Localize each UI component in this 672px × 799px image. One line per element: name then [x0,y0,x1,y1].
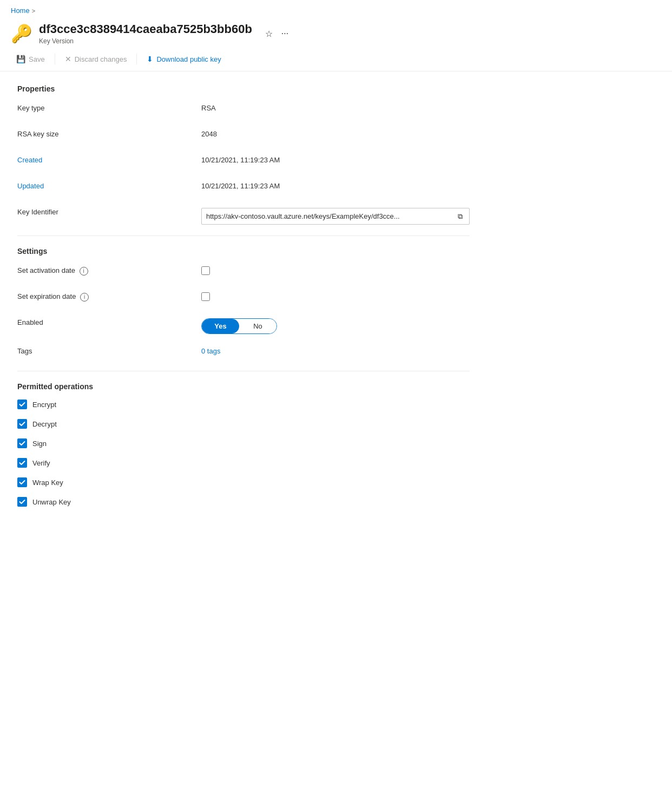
expiration-date-checkbox-container [201,290,470,303]
permitted-op-label: Encrypt [32,401,56,409]
tags-row: Tags 0 tags [17,345,470,360]
main-content: Properties Key type RSA RSA key size 204… [0,71,487,529]
properties-section-title: Properties [17,84,470,93]
permitted-operations-title: Permitted operations [17,382,470,391]
permitted-op-checkbox[interactable] [17,438,27,448]
enabled-label: Enabled [17,316,201,326]
permitted-op-checkbox[interactable] [17,419,27,429]
activation-date-checkbox[interactable] [201,266,210,275]
download-label: Download public key [156,55,221,63]
expiration-date-checkbox[interactable] [201,292,210,301]
download-public-key-button[interactable]: ⬇ Download public key [141,51,226,67]
identifier-box: https://akv-contoso.vault.azure.net/keys… [201,208,470,225]
settings-section-title: Settings [17,247,470,256]
toolbar: 💾 Save ✕ Discard changes ⬇ Download publ… [0,47,672,71]
identifier-text: https://akv-contoso.vault.azure.net/keys… [206,212,453,220]
permitted-op-label: Verify [32,459,50,467]
header-actions: ☆ ··· [263,27,291,41]
key-identifier-row: Key Identifier https://akv-contoso.vault… [17,206,470,225]
tags-label: Tags [17,345,201,355]
enabled-row: Enabled Yes No [17,316,470,334]
toolbar-separator [55,54,55,64]
permitted-op-row: Verify [17,458,470,468]
updated-row: Updated 10/21/2021, 11:19:23 AM [17,180,470,195]
enabled-toggle-container: Yes No [201,316,470,334]
permitted-op-label: Unwrap Key [32,498,71,506]
toolbar-separator-2 [136,54,137,64]
rsa-key-size-label: RSA key size [17,128,201,138]
permitted-operations-list: EncryptDecryptSignVerifyWrap KeyUnwrap K… [17,400,470,507]
expiration-date-label: Set expiration date i [17,290,201,302]
key-identifier-value: https://akv-contoso.vault.azure.net/keys… [201,206,470,225]
created-row: Created 10/21/2021, 11:19:23 AM [17,154,470,169]
activation-date-label: Set activation date i [17,264,201,276]
divider-1 [17,235,470,236]
ellipsis-icon: ··· [281,29,288,38]
expiration-date-info-icon[interactable]: i [80,293,89,302]
rsa-key-size-row: RSA key size 2048 [17,128,470,143]
updated-label: Updated [17,180,201,190]
discard-label: Discard changes [75,55,127,63]
permitted-op-row: Wrap Key [17,477,470,487]
permitted-op-row: Sign [17,438,470,448]
save-label: Save [29,55,45,63]
rsa-key-size-value: 2048 [201,128,470,138]
enabled-toggle[interactable]: Yes No [201,318,277,334]
permitted-op-checkbox[interactable] [17,477,27,487]
activation-date-info-icon[interactable]: i [80,267,88,276]
expiration-date-row: Set expiration date i [17,290,470,305]
permitted-op-label: Wrap Key [32,479,63,487]
breadcrumb-separator: > [32,8,35,14]
page-title-block: df3cce3c8389414caeaba7525b3bb60b Key Ver… [39,22,252,45]
created-value: 10/21/2021, 11:19:23 AM [201,154,470,164]
divider-2 [17,371,470,371]
updated-value: 10/21/2021, 11:19:23 AM [201,180,470,190]
permitted-op-checkbox[interactable] [17,400,27,409]
page-title: df3cce3c8389414caeaba7525b3bb60b [39,22,252,36]
copy-identifier-button[interactable]: ⧉ [456,211,465,222]
discard-icon: ✕ [65,55,71,63]
key-type-label: Key type [17,102,201,112]
key-type-value: RSA [201,102,470,112]
activation-date-checkbox-container [201,264,470,277]
download-icon: ⬇ [147,55,153,63]
permitted-op-row: Decrypt [17,419,470,429]
key-identifier-label: Key Identifier [17,206,201,216]
created-label: Created [17,154,201,164]
permitted-op-label: Sign [32,440,47,448]
key-type-row: Key type RSA [17,102,470,117]
no-option[interactable]: No [239,319,276,333]
page-header: 🔑 df3cce3c8389414caeaba7525b3bb60b Key V… [0,18,672,47]
copy-icon: ⧉ [458,212,463,220]
pin-icon: ☆ [265,29,273,38]
breadcrumb: Home > [0,0,672,18]
pin-button[interactable]: ☆ [263,27,275,41]
permitted-op-checkbox[interactable] [17,497,27,507]
permitted-op-checkbox[interactable] [17,458,27,468]
activation-date-row: Set activation date i [17,264,470,279]
page-subtitle: Key Version [39,37,252,45]
save-icon: 💾 [16,55,25,63]
tags-value[interactable]: 0 tags [201,345,470,355]
more-options-button[interactable]: ··· [279,27,291,41]
breadcrumb-home[interactable]: Home [11,6,30,15]
yes-option[interactable]: Yes [202,319,239,333]
permitted-op-row: Unwrap Key [17,497,470,507]
key-icon: 🔑 [11,23,32,44]
discard-button[interactable]: ✕ Discard changes [60,51,133,67]
permitted-op-label: Decrypt [32,420,57,428]
permitted-op-row: Encrypt [17,400,470,409]
save-button[interactable]: 💾 Save [11,51,50,67]
